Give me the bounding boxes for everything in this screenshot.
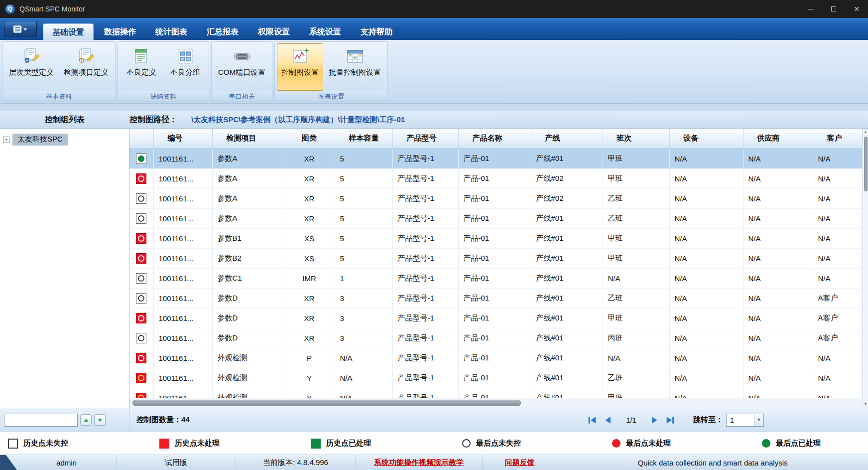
pager-prev-button[interactable] [602, 414, 615, 427]
status-video-segment: 系统功能操作视频演示教学 [356, 455, 483, 470]
pager-first-button[interactable] [586, 414, 599, 427]
table-row[interactable]: 1001161...外观检测PN/A产品型号-1产品-01产线#01N/AN/A… [129, 348, 863, 368]
ribbon-tab-2[interactable]: 数据操作 [95, 23, 145, 40]
control-chart-table-area: 编号检测项目图类样本容量产品型号产品名称产线班次设备供应商客户 1001161.… [129, 129, 868, 408]
table-row[interactable]: 1001161...参数AXR5产品型号-1产品-01产线#01乙班N/AN/A… [129, 208, 863, 228]
column-header[interactable]: 图类 [284, 129, 335, 149]
column-header[interactable]: 班次 [603, 129, 669, 149]
ribbon-tab-1[interactable]: 基础设置 [43, 23, 94, 40]
expand-icon[interactable]: + [3, 137, 9, 143]
tree-root-node[interactable]: 太友科技SPC [12, 134, 68, 146]
column-header[interactable]: 客户 [813, 129, 863, 149]
column-header[interactable]: 样本容量 [335, 129, 392, 149]
jump-page-select[interactable]: 1 ▼ [726, 414, 764, 427]
legend-item-1: 历史点未失控 [8, 439, 68, 449]
table-cell: N/A [669, 168, 743, 188]
ribbon-tab-3[interactable]: 统计图表 [146, 23, 196, 40]
column-header[interactable]: 设备 [669, 129, 743, 149]
table-cell: 产品-01 [458, 248, 531, 268]
sidebar-bottom-toolbar [0, 408, 129, 432]
table-cell: 参数D [212, 308, 284, 328]
table-row[interactable]: 1001161...参数B2XS5产品型号-1产品-01产线#01甲班N/AN/… [129, 248, 863, 268]
ribbon-tab-4[interactable]: 汇总报表 [198, 23, 248, 40]
table-cell: 丙班 [603, 328, 669, 348]
status-cell [129, 268, 153, 288]
column-header[interactable]: 编号 [153, 129, 212, 149]
column-header[interactable]: 检测项目 [212, 129, 284, 149]
main-content: + 太友科技SPC 编号检测项目图类样本容量产品型号产品名称产线班次设备供应商客… [0, 129, 868, 408]
app-menu-button[interactable] [4, 21, 37, 37]
horizontal-scrollbar[interactable] [129, 398, 863, 408]
video-tutorial-link[interactable]: 系统功能操作视频演示教学 [374, 458, 464, 468]
table-main: 编号检测项目图类样本容量产品型号产品名称产线班次设备供应商客户 1001161.… [129, 129, 863, 408]
control-group-search-input[interactable] [4, 414, 78, 427]
table-row[interactable]: 1001161...参数DXR3产品型号-1产品-01产线#01丙班N/AN/A… [129, 328, 863, 348]
table-cell: 乙班 [603, 188, 669, 208]
scroll-up-icon[interactable]: ▲ [864, 129, 868, 136]
ribbon-toolbar: 层次类型定义检测项目定义基本资料不良定义不良分组缺陷资料COM端口设置串口相关控… [0, 40, 868, 104]
table-cell: 参数D [212, 328, 284, 348]
table-cell: N/A [669, 268, 743, 288]
ribbon-tab-7[interactable]: 支持帮助 [352, 23, 401, 40]
minimize-button[interactable] [799, 0, 822, 18]
table-row[interactable]: 1001161外观检测YN/A产品型号-1产品-01产线#01甲班N/AN/AN… [129, 388, 863, 398]
close-button[interactable]: ✕ [845, 0, 868, 18]
vertical-scrollbar-thumb[interactable] [864, 137, 868, 191]
find-next-button[interactable] [94, 414, 106, 426]
defect-group-icon [176, 47, 194, 65]
table-cell: 甲班 [603, 149, 669, 168]
column-header[interactable]: 产品名称 [458, 129, 531, 149]
column-header[interactable]: 产品型号 [392, 129, 458, 149]
feedback-link[interactable]: 问题反馈 [505, 458, 535, 468]
table-cell: 参数C1 [212, 268, 284, 288]
pager-last-button[interactable] [664, 414, 677, 427]
table-cell: 1001161... [153, 168, 212, 188]
ribbon-button[interactable]: 检测项目定义 [59, 43, 113, 91]
chart-count-value: 44 [181, 415, 190, 424]
table-cell: N/A [743, 149, 813, 168]
table-row[interactable]: 1001161...参数DXR3产品型号-1产品-01产线#01甲班N/AN/A… [129, 308, 863, 328]
table-row[interactable]: 1001161...参数C1IMR1产品型号-1产品-01产线#01N/AN/A… [129, 268, 863, 288]
table-row[interactable]: 1001161...参数DXR3产品型号-1产品-01产线#01乙班N/AN/A… [129, 288, 863, 308]
table-row[interactable]: 1001161...参数AXR5产品型号-1产品-01产线#01甲班N/AN/A… [129, 149, 863, 168]
ribbon-tab-5[interactable]: 权限设置 [249, 23, 299, 40]
history-unhandled-last-unhandled-icon [136, 173, 146, 184]
table-cell: N/A [669, 368, 743, 388]
arrow-up-icon [83, 417, 89, 423]
table-cell: 产品型号-1 [392, 149, 458, 168]
ribbon-button[interactable]: COM端口设置 [214, 43, 270, 91]
legend-bar: 历史点未失控历史点未处理历史点已处理最后点未失控最后点未处理最后点已处理 [0, 432, 868, 455]
table-row[interactable]: 1001161...参数AXR5产品型号-1产品-01产线#02甲班N/AN/A… [129, 168, 863, 188]
ribbon-button[interactable]: 层次类型定义 [4, 43, 58, 91]
maximize-button[interactable] [822, 0, 845, 18]
control-group-list-title: 控制组列表 [0, 115, 129, 125]
vertical-scrollbar[interactable]: ▲ ▼ [863, 129, 868, 408]
ribbon-button[interactable]: 不良分组 [164, 43, 207, 91]
table-row[interactable]: 1001161...参数AXR5产品型号-1产品-01产线#02乙班N/AN/A… [129, 188, 863, 208]
ribbon-button[interactable]: 批量控制图设置 [324, 43, 385, 91]
legend-label: 最后点未处理 [626, 439, 671, 448]
ribbon-group-3: COM端口设置串口相关 [211, 41, 272, 102]
table-cell: N/A [743, 348, 813, 368]
horizontal-scrollbar-thumb[interactable] [132, 400, 521, 406]
table-cell: N/A [669, 208, 743, 228]
ribbon-button[interactable]: 不良定义 [120, 43, 163, 91]
column-header-status[interactable] [129, 129, 153, 149]
find-previous-button[interactable] [80, 414, 92, 426]
ribbon-button[interactable]: 控制图设置 [277, 43, 323, 91]
column-header[interactable]: 供应商 [743, 129, 813, 149]
table-cell: N/A [669, 228, 743, 248]
pager-next-button[interactable] [648, 414, 661, 427]
table-cell: N/A [743, 228, 813, 248]
table-cell: 1 [335, 268, 392, 288]
com-port-icon [233, 47, 251, 65]
ribbon-tab-6[interactable]: 系统设置 [300, 23, 350, 40]
table-cell: 参数A [212, 149, 284, 168]
window-controls: ✕ [799, 0, 868, 18]
history-unhandled-last-unhandled-icon [136, 253, 146, 264]
table-cell: 产品-01 [458, 228, 531, 248]
table-row[interactable]: 1001161...外观检测YN/A产品型号-1产品-01产线#01乙班N/AN… [129, 368, 863, 388]
scroll-down-icon[interactable]: ▼ [864, 401, 868, 408]
table-row[interactable]: 1001161...参数B1XS5产品型号-1产品-01产线#01甲班N/AN/… [129, 228, 863, 248]
column-header[interactable]: 产线 [531, 129, 603, 149]
